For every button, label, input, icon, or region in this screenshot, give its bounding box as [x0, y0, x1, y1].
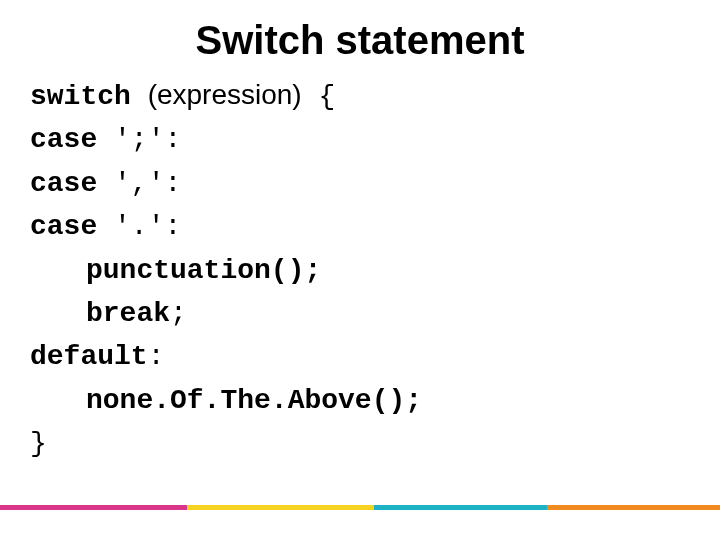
bar-segment-cyan — [374, 505, 547, 510]
keyword-default: default — [30, 341, 148, 372]
code-line-9: } — [30, 422, 690, 465]
code-line-8: none.Of.The.Above(); — [30, 379, 690, 422]
case-value: ',': — [97, 168, 181, 199]
code-line-2: case ';': — [30, 118, 690, 161]
bar-segment-yellow — [187, 505, 374, 510]
slide-title: Switch statement — [0, 0, 720, 73]
keyword-case: case — [30, 124, 97, 155]
slide: Switch statement switch (expression) { c… — [0, 0, 720, 540]
code-block: switch (expression) { case ';': case ','… — [0, 73, 720, 466]
decorative-color-bar — [0, 505, 720, 510]
code-line-4: case '.': — [30, 205, 690, 248]
keyword-switch: switch — [30, 81, 131, 112]
case-value: ';': — [97, 124, 181, 155]
keyword-case: case — [30, 211, 97, 242]
keyword-break: break — [86, 298, 170, 329]
semicolon: ; — [170, 298, 187, 329]
bar-segment-magenta — [0, 505, 187, 510]
colon: : — [148, 341, 165, 372]
expression: (expression) — [148, 79, 302, 110]
code-line-3: case ',': — [30, 162, 690, 205]
code-line-1: switch (expression) { — [30, 73, 690, 118]
code-line-5: punctuation(); — [30, 249, 690, 292]
bar-segment-orange — [547, 505, 720, 510]
code-line-6: break; — [30, 292, 690, 335]
case-value: '.': — [97, 211, 181, 242]
brace-open: { — [302, 81, 336, 112]
code-line-7: default: — [30, 335, 690, 378]
keyword-case: case — [30, 168, 97, 199]
